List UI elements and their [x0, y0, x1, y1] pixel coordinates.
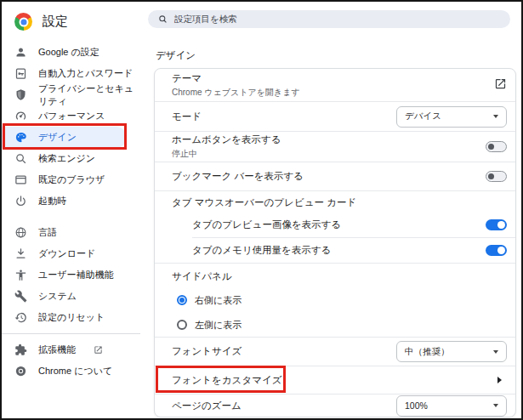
- accessibility-icon: [14, 269, 27, 281]
- sidebar-item-label: 言語: [38, 226, 57, 239]
- page-zoom-row: ページのズーム 100%: [155, 394, 515, 417]
- bookmarks-bar-row: ブックマーク バーを表示する: [155, 162, 515, 190]
- font-size-select-value: 中（推奨）: [405, 346, 493, 358]
- open-in-new-icon: [494, 77, 507, 94]
- home-button-toggle[interactable]: [486, 141, 507, 152]
- home-button-row: ホームボタンを表示する 停止中: [155, 132, 515, 162]
- sidebar-item-autofill[interactable]: 自動入力とパスワード: [2, 63, 140, 84]
- chrome-logo-icon: [14, 13, 32, 31]
- power-icon: [14, 195, 27, 207]
- sidebar-item-label: Chrome について: [38, 365, 112, 377]
- page-zoom-select-value: 100%: [405, 400, 493, 411]
- sidebar-item-label: 起動時: [38, 195, 66, 207]
- annotation-box-design: [3, 123, 127, 150]
- sidebar-item-search-engine[interactable]: 検索エンジン: [2, 148, 140, 169]
- reset-icon: [14, 311, 27, 324]
- font-size-select[interactable]: 中（推奨）: [396, 341, 507, 362]
- chevron-right-icon: [497, 377, 502, 383]
- tab-preview-image-row: タブのプレビュー画像を表示する: [155, 213, 515, 237]
- key-icon: [14, 67, 27, 80]
- font-size-label: フォントサイズ: [172, 345, 396, 358]
- sidebar-item-google-settings[interactable]: Google の設定: [2, 42, 140, 63]
- speedometer-icon: [14, 110, 27, 122]
- sidebar-item-on-startup[interactable]: 起動時: [2, 190, 140, 212]
- search-icon: [158, 14, 168, 24]
- tab-preview-image-toggle[interactable]: [486, 219, 507, 230]
- page-title: 設定: [43, 14, 68, 30]
- font-size-row: フォントサイズ 中（推奨）: [155, 338, 515, 366]
- tab-memory-usage-toggle[interactable]: [486, 245, 507, 256]
- theme-row[interactable]: テーマ Chrome ウェブストアを開きます: [155, 69, 515, 101]
- sidebar-item-about-chrome[interactable]: Chrome について: [2, 360, 140, 382]
- side-panel-right-label: 右側に表示: [195, 294, 242, 307]
- chevron-down-icon: [493, 350, 498, 354]
- sidebar-item-label: パフォーマンス: [38, 110, 105, 122]
- section-title: デザイン: [156, 49, 521, 61]
- bookmarks-bar-toggle[interactable]: [486, 171, 507, 182]
- search-icon: [14, 152, 27, 165]
- sidebar-item-downloads[interactable]: ダウンロード: [2, 243, 140, 264]
- settings-header: 設定: [2, 2, 140, 42]
- sidebar-item-default-browser[interactable]: 既定のブラウザ: [2, 169, 140, 190]
- wrench-icon: [14, 290, 27, 303]
- mode-select-value: デバイス: [405, 111, 493, 122]
- download-icon: [14, 247, 27, 260]
- sidebar-item-extensions[interactable]: 拡張機能: [2, 339, 140, 360]
- home-button-status: 停止中: [172, 148, 486, 160]
- sidebar-item-label: ダウンロード: [38, 247, 95, 260]
- page-zoom-select[interactable]: 100%: [396, 395, 507, 417]
- chrome-gray-icon: [14, 365, 27, 377]
- sidebar-item-languages[interactable]: 言語: [2, 222, 140, 243]
- main-content: 設定項目を検索 デザイン テーマ Chrome ウェブストアを開きます モード …: [140, 2, 521, 418]
- sidebar-item-label: 検索エンジン: [38, 152, 95, 165]
- tab-memory-usage-label: タブのメモリ使用量を表示する: [192, 244, 486, 257]
- side-panel-right-option[interactable]: 右側に表示: [155, 287, 515, 313]
- sidebar-item-label: 拡張機能: [38, 343, 76, 356]
- tab-hover-group-label-row: タブ マウスオーバーのプレビュー カード: [155, 191, 515, 213]
- sidebar-item-privacy[interactable]: プライバシーとセキュリティ: [2, 84, 140, 105]
- annotation-box-customize-fonts: [156, 366, 286, 393]
- sidebar-item-label: Google の設定: [38, 46, 99, 59]
- page-zoom-label: ページのズーム: [172, 400, 396, 412]
- sidebar-item-label: 自動入力とパスワード: [38, 67, 133, 80]
- bookmarks-bar-label: ブックマーク バーを表示する: [172, 170, 486, 183]
- sidebar-divider: [2, 333, 140, 334]
- theme-subtitle: Chrome ウェブストアを開きます: [172, 87, 494, 99]
- sidebar-item-accessibility[interactable]: ユーザー補助機能: [2, 264, 140, 286]
- side-panel-group-label: サイドパネル: [172, 270, 232, 283]
- mode-select[interactable]: デバイス: [396, 106, 507, 128]
- sidebar-item-label: システム: [38, 290, 77, 303]
- tab-hover-group-label: タブ マウスオーバーのプレビュー カード: [172, 196, 356, 209]
- radio-button[interactable]: [177, 320, 187, 330]
- sidebar-item-system[interactable]: システム: [2, 286, 140, 307]
- chevron-down-icon: [493, 404, 498, 407]
- open-in-new-icon: [94, 345, 103, 355]
- sidebar-item-label: 既定のブラウザ: [38, 173, 105, 186]
- sidebar-item-reset-settings[interactable]: 設定のリセット: [2, 307, 140, 328]
- sidebar-item-label: ユーザー補助機能: [38, 269, 114, 281]
- puzzle-icon: [14, 343, 27, 356]
- sidebar-item-label: 設定のリセット: [38, 311, 105, 324]
- mode-row: モード デバイス: [155, 102, 515, 131]
- shield-icon: [14, 88, 27, 101]
- chrome-settings-window: 設定 Google の設定 自動入力とパスワード プライバシーとセキュリティ パ…: [0, 0, 523, 420]
- globe-icon: [14, 226, 27, 239]
- sidebar-item-label: プライバシーとセキュリティ: [38, 82, 140, 108]
- home-button-label: ホームボタンを表示する: [172, 133, 486, 146]
- side-panel-group-label-row: サイドパネル: [155, 264, 515, 287]
- theme-label: テーマ: [172, 72, 494, 85]
- search-input[interactable]: 設定項目を検索: [148, 10, 510, 28]
- search-placeholder: 設定項目を検索: [174, 14, 237, 26]
- mode-label: モード: [172, 111, 396, 123]
- browser-icon: [14, 173, 27, 186]
- side-panel-left-option[interactable]: 左側に表示: [155, 313, 515, 337]
- person-icon: [14, 46, 27, 59]
- sidebar: 設定 Google の設定 自動入力とパスワード プライバシーとセキュリティ パ…: [2, 2, 140, 418]
- tab-preview-image-label: タブのプレビュー画像を表示する: [192, 219, 486, 231]
- side-panel-left-label: 左側に表示: [195, 319, 242, 332]
- tab-memory-usage-row: タブのメモリ使用量を表示する: [155, 238, 515, 263]
- radio-button[interactable]: [177, 295, 187, 305]
- chevron-down-icon: [493, 115, 498, 118]
